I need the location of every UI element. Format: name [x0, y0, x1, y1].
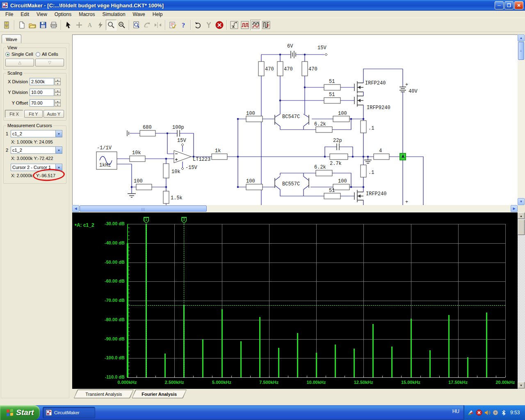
schematic-hscrollbar[interactable]: ◀ ||| ▶ — [72, 205, 518, 212]
volume-icon[interactable] — [484, 409, 491, 416]
wave-vscroll-thumb[interactable] — [518, 219, 525, 235]
find-zoom-icon[interactable] — [131, 20, 142, 30]
bluetooth-icon[interactable] — [500, 409, 507, 416]
mirror-icon[interactable] — [153, 20, 163, 30]
menu-macros[interactable]: Macros — [75, 11, 98, 18]
radio-single-cell-label: Single Cell — [11, 52, 33, 57]
schematic-label: 100 — [338, 111, 347, 116]
wire-tool-icon[interactable] — [203, 20, 214, 30]
graphics-tray-icon[interactable] — [468, 409, 474, 416]
tab-fourier-analysis[interactable]: Fourier Analysis — [132, 390, 187, 398]
transient-scope-icon[interactable] — [240, 20, 250, 30]
start-button[interactable]: Start — [0, 405, 40, 420]
schematic-vscrollbar[interactable]: ▲ ≡ ▼ — [518, 34, 525, 205]
junction-dot — [363, 186, 365, 188]
maximize-button[interactable]: ❐ — [504, 1, 514, 9]
scroll-up-icon[interactable]: ▲ — [518, 212, 525, 219]
cell-up-button[interactable]: △ — [5, 59, 34, 66]
tab-transient-analysis[interactable]: Transient Analysis — [74, 390, 134, 398]
menu-simulation[interactable]: Simulation — [99, 11, 129, 18]
junction-dot — [279, 100, 281, 102]
close-button[interactable]: ✕ — [514, 1, 523, 9]
dc-analysis-icon[interactable] — [229, 20, 240, 30]
x-minor-tick — [345, 376, 345, 377]
new-file-icon[interactable] — [16, 20, 27, 30]
open-file-icon[interactable] — [27, 20, 38, 30]
scroll-down-icon[interactable]: ▼ — [518, 198, 525, 205]
x-axis-line — [127, 377, 505, 378]
zoom-in-icon[interactable] — [116, 20, 127, 30]
select-arrow-icon[interactable] — [63, 20, 74, 30]
rotate-icon[interactable] — [142, 20, 153, 30]
menu-help[interactable]: Help — [149, 11, 167, 18]
device-tray-icon[interactable] — [492, 409, 499, 416]
menu-options[interactable]: Options — [51, 11, 75, 18]
radio-single-cell-circle[interactable] — [5, 52, 10, 57]
scroll-up-icon[interactable]: ▲ — [518, 34, 525, 41]
cursor-line-2[interactable] — [184, 224, 184, 377]
x-minor-tick — [155, 376, 156, 377]
menu-view[interactable]: View — [33, 11, 51, 18]
x-division-spinner[interactable]: ▲▼ — [55, 78, 61, 85]
waveforms-view-icon[interactable] — [250, 20, 261, 30]
y-offset-input[interactable]: 70.00 — [30, 99, 54, 107]
tab-wave[interactable]: Wave — [2, 34, 21, 43]
run-probe-icon[interactable] — [95, 20, 106, 30]
schematic-label: 10k — [132, 150, 141, 156]
junction-dot — [350, 186, 352, 188]
stop-simulation-icon[interactable] — [214, 20, 225, 30]
logic-analyzer-icon[interactable] — [261, 20, 272, 30]
fft-bar — [335, 345, 336, 377]
fit-x-button[interactable]: Fit X — [5, 110, 23, 118]
taskbar-clock[interactable]: 9:53 — [510, 410, 520, 415]
print-icon[interactable] — [48, 20, 59, 30]
radio-all-cells[interactable]: All Cells — [36, 51, 58, 57]
fft-bar — [354, 349, 355, 377]
schematic-canvas[interactable]: 6V15V47047047051IRFP24051IRFP9240+40V100… — [72, 34, 518, 205]
hscroll-thumb[interactable]: ||| — [80, 205, 207, 212]
save-file-icon[interactable] — [38, 20, 48, 30]
radio-single-cell[interactable]: Single Cell — [5, 51, 33, 57]
menu-file[interactable]: File — [2, 11, 17, 18]
place-text-icon[interactable]: A — [84, 20, 95, 30]
chevron-down-icon[interactable]: ▼ — [55, 130, 62, 137]
place-plus-icon[interactable] — [74, 20, 84, 30]
wave-vscrollbar[interactable]: ▲ ▼ — [518, 212, 525, 389]
minimize-button[interactable]: ─ — [495, 1, 504, 9]
taskbar-item-circuitmaker[interactable]: CircuitMaker — [43, 407, 95, 418]
language-indicator[interactable]: HU — [452, 409, 459, 414]
scroll-right-icon[interactable]: ▶ — [511, 205, 518, 212]
chevron-down-icon[interactable]: ▼ — [55, 147, 62, 153]
cursor-line-1[interactable] — [146, 224, 146, 377]
menu-wave[interactable]: Wave — [129, 11, 149, 18]
junction-dot — [304, 54, 306, 56]
scroll-down-icon[interactable]: ▼ — [518, 382, 525, 388]
radio-all-cells-circle[interactable] — [36, 52, 40, 57]
x-axis-label: 2.500kHz — [161, 380, 187, 385]
simulation-check-icon[interactable] — [167, 20, 178, 30]
y-offset-spinner[interactable]: ▲▼ — [55, 99, 61, 107]
cell-down-button[interactable]: ▽ — [35, 59, 64, 66]
toolbar-separator — [129, 20, 130, 30]
fit-y-button[interactable]: Fit Y — [24, 110, 43, 118]
analysis-tabs: Transient AnalysisFourier Analysis — [71, 389, 525, 399]
cursor-hline[interactable] — [127, 305, 505, 306]
cursor2-signal-select[interactable]: c1_2▼ — [11, 146, 62, 154]
x-division-input[interactable]: 2.500k — [30, 78, 54, 85]
vscroll-thumb[interactable]: ≡ — [518, 42, 524, 60]
cursor1-signal-select[interactable]: c1_2▼ — [11, 130, 62, 137]
cursor-flag-1[interactable]: 1 — [144, 217, 149, 224]
zoom-tool-icon[interactable] — [106, 20, 116, 30]
y-division-input[interactable]: 10.00 — [30, 89, 54, 96]
x-axis-label: 12.50kHz — [350, 380, 377, 385]
help-icon[interactable]: ? — [178, 20, 189, 30]
undo-icon[interactable] — [193, 20, 203, 30]
waveform-panel[interactable]: -30.00 dB-40.00 dB-50.00 dB-60.00 dB-70.… — [72, 212, 518, 389]
auto-y-button[interactable]: Auto Y — [43, 110, 64, 118]
scroll-left-icon[interactable]: ◀ — [72, 205, 79, 212]
menu-edit[interactable]: Edit — [17, 11, 33, 18]
cursor-flag-2[interactable]: 2 — [181, 217, 187, 224]
y-division-spinner[interactable]: ▲▼ — [55, 89, 61, 96]
security-alert-icon[interactable] — [476, 409, 482, 416]
parts-browser-icon[interactable] — [2, 20, 12, 30]
